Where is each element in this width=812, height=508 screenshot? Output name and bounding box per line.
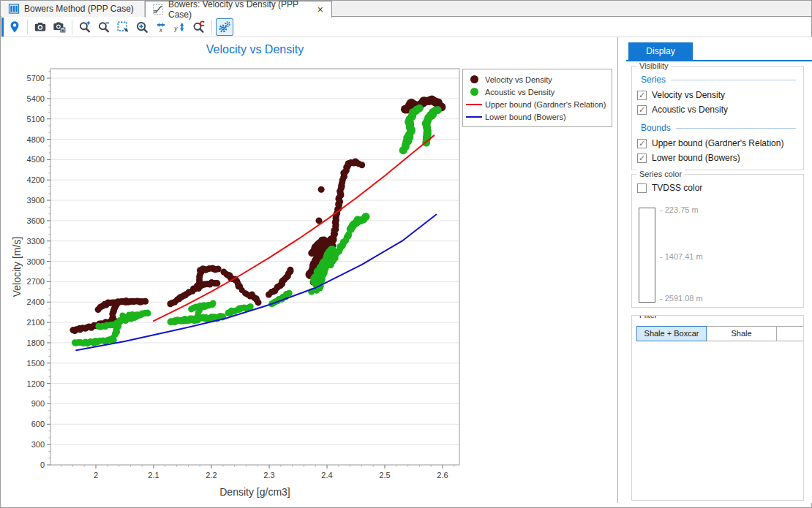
legend: Velocity vs DensityAcoustic vs DensityUp… — [462, 69, 612, 127]
gridlines — [50, 78, 459, 444]
reset-zoom-button[interactable] — [190, 18, 208, 36]
tvdss-colorbar — [639, 208, 655, 303]
svg-text:2.5: 2.5 — [379, 471, 390, 479]
checkbox-tvdss-color[interactable]: TVDSS color — [637, 183, 803, 193]
series-color-group-label: Series color — [636, 170, 685, 178]
y-axis-label: Velocity [m/s] — [11, 237, 23, 297]
checkbox[interactable] — [637, 183, 647, 193]
svg-text:4500: 4500 — [27, 155, 45, 164]
zoom-in-button[interactable] — [76, 18, 94, 36]
checkbox-label: Lower bound (Bowers) — [652, 153, 740, 163]
filter-segmented-control: Shale + Boxcar Shale Nor — [636, 326, 804, 341]
checkbox-label: TVDSS color — [652, 183, 702, 193]
toolbar-separator — [211, 20, 212, 34]
settings-gears-button[interactable] — [216, 18, 233, 36]
legend-dot-marker — [463, 88, 485, 96]
close-icon[interactable]: × — [316, 4, 325, 15]
checkbox-label: Upper bound (Gardner's Relation) — [652, 138, 783, 148]
svg-text:5700: 5700 — [27, 74, 45, 83]
series-0 — [69, 96, 446, 335]
filter-group: Filter Shale + Boxcar Shale Nor — [631, 315, 804, 501]
location-pin-button[interactable] — [6, 18, 23, 36]
app-window: Bowers Method (PPP Case) R Bowers: Veloc… — [0, 0, 812, 508]
visibility-group-label: Visibility — [636, 61, 672, 70]
svg-text:4800: 4800 — [27, 135, 45, 144]
tab-strip: Bowers Method (PPP Case) R Bowers: Veloc… — [1, 1, 811, 17]
fit-height-button[interactable]: y — [171, 18, 189, 36]
snapshot-camera-save-button[interactable] — [50, 18, 68, 36]
series-1 — [72, 105, 442, 347]
snapshot-camera-button[interactable] — [31, 18, 49, 36]
checkbox-acoustic-vs-density[interactable]: Acoustic vs Density — [637, 105, 803, 115]
colorbar-tick-top: - 223.75 m — [660, 205, 699, 214]
svg-text:3900: 3900 — [27, 196, 45, 205]
checkbox[interactable] — [637, 153, 647, 163]
zoom-area-button[interactable] — [133, 18, 151, 36]
svg-text:2100: 2100 — [27, 318, 45, 327]
legend-item: Acoustic vs Density — [463, 86, 612, 98]
svg-text:2.2: 2.2 — [206, 471, 217, 479]
display-panel: Display Visibility Series Velocity vs De… — [619, 37, 812, 503]
svg-text:2: 2 — [94, 471, 98, 479]
section-rule — [676, 128, 796, 129]
filter-option-clipped[interactable]: Nor — [777, 326, 804, 341]
svg-text:2700: 2700 — [27, 277, 45, 286]
checkbox-label: Acoustic vs Density — [652, 105, 728, 115]
zoom-out-button[interactable] — [95, 18, 113, 36]
series-2 — [154, 135, 434, 321]
checkbox[interactable] — [637, 139, 647, 148]
series-3 — [76, 215, 436, 351]
svg-text:0: 0 — [40, 460, 45, 469]
crossplot-icon: R — [152, 4, 164, 15]
legend-dot-marker — [463, 75, 485, 83]
svg-text:2.6: 2.6 — [437, 471, 448, 479]
checkbox-label: Velocity vs Density — [652, 90, 725, 100]
zoom-box-select-button[interactable] — [114, 18, 132, 36]
svg-text:2.3: 2.3 — [263, 471, 274, 479]
fit-height-icon: y — [173, 20, 187, 34]
zoom-in-icon — [78, 20, 91, 34]
svg-text:3600: 3600 — [27, 216, 45, 225]
visibility-group: Visibility Series Velocity vs Density Ac… — [631, 66, 804, 170]
svg-text:3300: 3300 — [27, 237, 45, 246]
colorbar-tick-bottom: - 2591.08 m — [660, 294, 703, 303]
tab-bowers-crossplot[interactable]: R Bowers: Velocity vs Density (PPP Case)… — [145, 1, 332, 18]
gears-icon — [218, 20, 231, 34]
section-rule — [671, 80, 796, 80]
svg-text:300: 300 — [31, 440, 45, 449]
svg-text:R: R — [155, 10, 157, 13]
svg-text:2.1: 2.1 — [148, 471, 159, 479]
svg-text:600: 600 — [31, 420, 45, 428]
checkbox[interactable] — [637, 91, 647, 100]
toolbar-accent — [1, 18, 4, 37]
tab-display[interactable]: Display — [628, 42, 693, 60]
toolbar-separator — [72, 20, 72, 34]
camera-icon — [34, 20, 47, 34]
series-section-header: Series — [641, 74, 796, 86]
filter-option-shale[interactable]: Shale — [707, 326, 777, 341]
svg-text:5100: 5100 — [27, 115, 45, 124]
legend-label: Lower bound (Bowers) — [485, 113, 566, 121]
camera-save-icon — [53, 20, 66, 34]
fit-width-button[interactable]: x — [152, 18, 170, 36]
svg-text:y: y — [173, 25, 178, 32]
x-axis-label: Density [g/cm3] — [50, 486, 459, 498]
checkbox-velocity-vs-density[interactable]: Velocity vs Density — [637, 90, 803, 100]
legend-line-marker — [463, 116, 485, 118]
tab-label: Bowers: Velocity vs Density (PPP Case) — [168, 0, 312, 20]
filter-option-shale-boxcar[interactable]: Shale + Boxcar — [636, 326, 707, 341]
checkbox-lower-bound[interactable]: Lower bound (Bowers) — [637, 153, 803, 163]
tab-bowers-method[interactable]: Bowers Method (PPP Case) — [1, 1, 145, 17]
checkbox[interactable] — [637, 105, 647, 115]
checkbox-upper-bound[interactable]: Upper bound (Gardner's Relation) — [637, 138, 803, 148]
location-pin-icon — [8, 20, 21, 34]
legend-label: Velocity vs Density — [485, 75, 552, 84]
svg-text:2400: 2400 — [27, 297, 45, 306]
colorbar-tick-middle: - 1407.41 m — [660, 252, 703, 261]
svg-text:5400: 5400 — [27, 94, 45, 103]
svg-text:1200: 1200 — [27, 379, 45, 388]
svg-text:1500: 1500 — [27, 359, 45, 368]
legend-label: Upper bound (Gardner's Relation) — [485, 100, 606, 109]
svg-text:2.4: 2.4 — [321, 471, 332, 479]
zoom-out-icon — [97, 20, 110, 34]
